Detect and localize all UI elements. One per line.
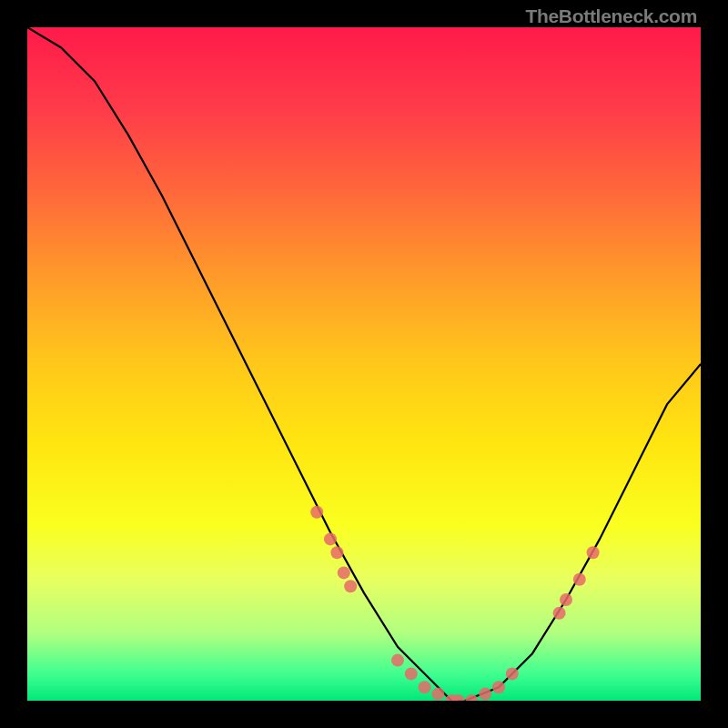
data-point (587, 546, 600, 559)
marker-group (310, 506, 599, 701)
data-point (506, 667, 519, 680)
data-point (573, 573, 586, 586)
data-point (492, 681, 505, 693)
data-point (553, 607, 566, 620)
data-point (344, 580, 357, 592)
data-point (310, 506, 323, 519)
data-point (330, 546, 343, 559)
data-point (405, 667, 418, 680)
chart-frame: TheBottleneck.com (0, 0, 728, 728)
data-point (324, 532, 337, 545)
data-point (419, 681, 431, 693)
bottleneck-curve (27, 27, 701, 701)
data-point (560, 593, 572, 606)
data-point (338, 566, 350, 579)
data-point (431, 688, 444, 701)
data-point (479, 688, 491, 701)
chart-svg (27, 27, 701, 701)
data-point (391, 654, 404, 667)
watermark-text: TheBottleneck.com (525, 5, 697, 27)
